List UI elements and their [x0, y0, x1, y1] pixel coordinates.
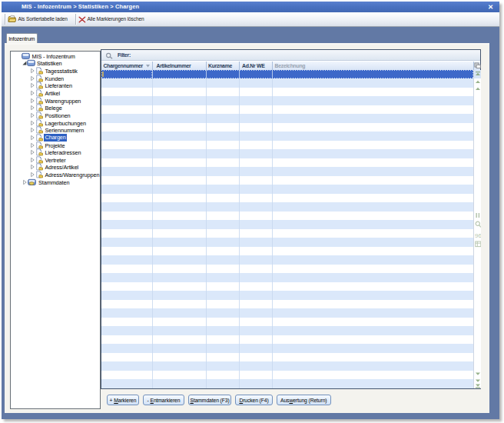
- svg-text:96: 96: [475, 232, 481, 239]
